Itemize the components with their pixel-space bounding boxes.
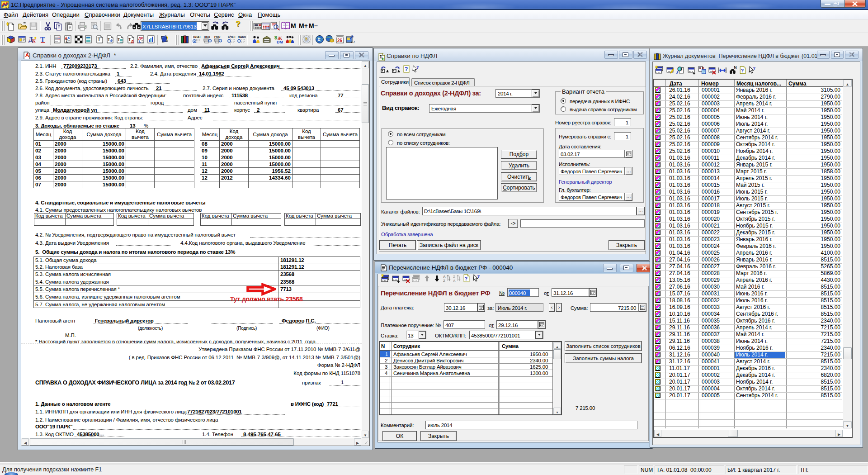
svg-text:ПЛАТ: ПЛАТ [193, 35, 201, 38]
svg-text:?: ? [741, 68, 744, 73]
svg-text:?: ? [405, 66, 408, 72]
svg-text:?: ? [477, 274, 480, 279]
svg-text:К: К [32, 38, 36, 43]
svg-text:Т: Т [108, 37, 110, 42]
svg-text:A: A [453, 279, 456, 282]
svg-text:V7: V7 [5, 6, 9, 9]
svg-text:НАКЛ: НАКЛ [238, 35, 246, 38]
svg-text:Σ: Σ [66, 38, 68, 43]
svg-text:26: 26 [337, 38, 343, 43]
svg-text:РКО: РКО [214, 35, 220, 38]
svg-text:Т: Т [118, 37, 120, 42]
svg-text:?: ? [753, 66, 756, 71]
svg-text:Т: Т [98, 37, 100, 42]
svg-text:ПКО: ПКО [204, 35, 210, 38]
svg-text:?: ? [465, 276, 467, 281]
svg-text:7.7: 7.7 [351, 40, 355, 43]
svg-text:?: ? [416, 65, 419, 70]
svg-text:N: N [734, 66, 737, 70]
svg-text:Z: Z [443, 279, 445, 282]
svg-text:?: ? [305, 37, 307, 42]
svg-text:Σ: Σ [138, 39, 141, 43]
svg-text:д: д [131, 39, 134, 43]
svg-text:СЧЕТ: СЧЕТ [228, 35, 236, 38]
svg-text:DM: DM [277, 40, 283, 44]
